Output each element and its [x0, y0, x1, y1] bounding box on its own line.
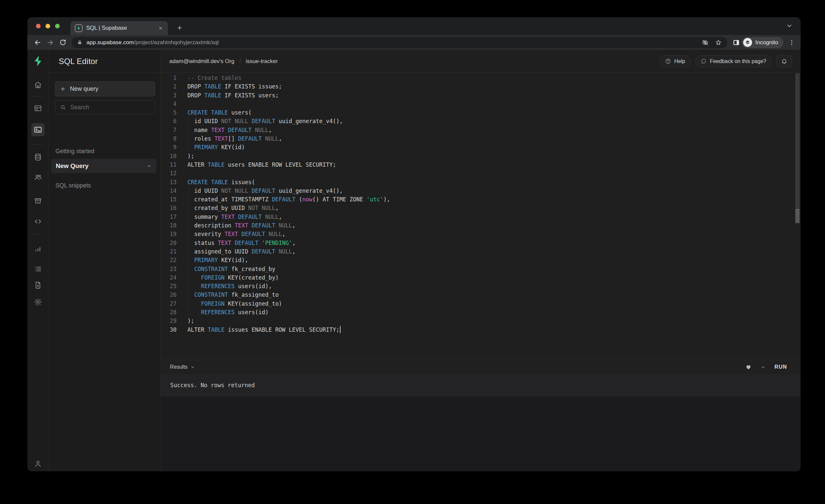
code-line[interactable]: 24 FOREIGN KEY(created_by)	[160, 273, 793, 282]
results-dropdown[interactable]: Results	[170, 364, 195, 370]
line-number: 9	[160, 143, 176, 151]
rail-table-editor-icon[interactable]	[31, 102, 45, 115]
code-text: assigned_to UUID DEFAULT NULL,	[188, 247, 296, 256]
rail-edge-functions-icon[interactable]	[31, 215, 45, 228]
code-text: id UUID NOT NULL DEFAULT uuid_generate_v…	[188, 187, 343, 195]
code-text: PRIMARY KEY(id),	[188, 256, 248, 264]
help-button[interactable]: Help	[659, 55, 691, 67]
code-line[interactable]: 26 CONSTRAINT fk_assigned_to	[160, 290, 793, 299]
indent-guide	[189, 299, 189, 308]
help-button-label: Help	[674, 58, 685, 64]
scrollbar-thumb[interactable]	[795, 73, 800, 209]
run-options-chevron-icon[interactable]	[761, 365, 766, 370]
browser-tab[interactable]: SQL | Supabase	[70, 21, 168, 35]
incognito-label: Incognito	[755, 39, 778, 46]
feedback-button-label: Feedback on this page?	[710, 58, 766, 64]
code-line[interactable]: 29);	[160, 316, 793, 325]
maximize-window-button[interactable]	[55, 24, 60, 28]
new-query-button[interactable]: New query	[55, 81, 155, 96]
feedback-button[interactable]: Feedback on this page?	[695, 55, 772, 67]
rail-auth-users-icon[interactable]	[31, 171, 45, 184]
rail-reports-icon[interactable]	[31, 242, 45, 256]
run-button[interactable]: RUN	[774, 364, 787, 370]
forward-icon[interactable]	[44, 36, 57, 49]
code-line[interactable]: 8 roles TEXT[] DEFAULT NULL,	[160, 134, 793, 143]
breadcrumb-project[interactable]: issue-tracker	[246, 58, 278, 65]
code-line[interactable]: 10);	[160, 152, 793, 160]
code-line[interactable]: 14 id UUID NOT NULL DEFAULT uuid_generat…	[160, 187, 793, 195]
code-line[interactable]: 25 REFERENCES users(id),	[160, 282, 793, 290]
code-text: PRIMARY KEY(id)	[188, 143, 245, 151]
code-line[interactable]: 17 summary TEXT DEFAULT NULL,	[160, 213, 793, 221]
tab-close-icon[interactable]	[157, 24, 164, 32]
line-number: 17	[160, 213, 176, 221]
code-line[interactable]: 22 PRIMARY KEY(id),	[160, 256, 793, 264]
browser-menu-icon[interactable]	[787, 39, 797, 46]
rail-sql-editor-icon[interactable]	[31, 123, 45, 136]
code-line[interactable]: 30ALTER TABLE issues ENABLE ROW LEVEL SE…	[160, 326, 793, 334]
favorite-heart-icon[interactable]	[745, 364, 752, 370]
address-bar[interactable]: app.supabase.com/project/azahtnhqohyjerz…	[72, 37, 727, 48]
sql-code-editor[interactable]: 1-- Create tables2DROP TABLE IF EXISTS i…	[160, 74, 793, 334]
code-line[interactable]: 20 status TEXT DEFAULT 'PENDING',	[160, 239, 793, 247]
supabase-logo-icon[interactable]	[33, 56, 43, 67]
rail-logs-icon[interactable]	[31, 263, 45, 276]
code-line[interactable]: 23 CONSTRAINT fk_created_by	[160, 265, 793, 273]
indent-guide	[189, 290, 189, 299]
indent-guide	[189, 308, 189, 316]
bookmark-star-icon[interactable]	[715, 39, 722, 46]
code-line[interactable]: 16 created_by UUID NOT NULL,	[160, 204, 793, 212]
notifications-bell-icon[interactable]	[776, 55, 792, 67]
code-line[interactable]: 28 REFERENCES users(id)	[160, 308, 793, 316]
code-text: created_at TIMESTAMPTZ DEFAULT (now() AT…	[188, 195, 390, 204]
rail-storage-icon[interactable]	[31, 194, 45, 207]
line-number: 11	[160, 160, 176, 169]
code-line[interactable]: 21 assigned_to UUID DEFAULT NULL,	[160, 247, 793, 256]
window-controls[interactable]	[36, 24, 60, 28]
rail-divider	[32, 144, 44, 145]
code-line[interactable]: 18 description TEXT DEFAULT NULL,	[160, 221, 793, 230]
rail-settings-gear-icon[interactable]	[31, 295, 45, 309]
indent-guide	[189, 239, 189, 247]
sidebar-item-new-query[interactable]: New Query	[51, 159, 156, 173]
code-line[interactable]: 19 severity TEXT DEFAULT NULL,	[160, 230, 793, 238]
minimize-window-button[interactable]	[46, 24, 50, 28]
search-input[interactable]: Search	[55, 100, 155, 115]
code-line[interactable]: 9 PRIMARY KEY(id)	[160, 143, 793, 151]
search-placeholder: Search	[70, 104, 89, 111]
text-cursor	[340, 326, 341, 333]
editor-scrollbar[interactable]	[795, 73, 800, 326]
code-line[interactable]: 1-- Create tables	[160, 74, 793, 82]
breadcrumb-org[interactable]: adam@windmill.dev's Org	[169, 58, 234, 65]
code-line[interactable]: 15 created_at TIMESTAMPTZ DEFAULT (now()…	[160, 195, 793, 204]
code-line[interactable]: 27 FOREIGN KEY(assigned_to)	[160, 299, 793, 308]
rail-home-icon[interactable]	[31, 78, 45, 91]
code-line[interactable]: 7 name TEXT DEFAULT NULL,	[160, 126, 793, 134]
code-text: roles TEXT[] DEFAULT NULL,	[188, 134, 282, 143]
reload-icon[interactable]	[57, 36, 69, 49]
line-number: 15	[160, 195, 176, 204]
close-window-button[interactable]	[36, 24, 41, 28]
chevron-down-icon[interactable]	[147, 163, 152, 169]
code-line[interactable]: 5CREATE TABLE users(	[160, 108, 793, 117]
line-number: 8	[160, 134, 176, 143]
scrollbar-thumb-highlight[interactable]	[795, 209, 800, 223]
code-line[interactable]: 6 id UUID NOT NULL DEFAULT uuid_generate…	[160, 117, 793, 126]
tab-search-chevron-icon[interactable]	[786, 22, 793, 29]
eye-off-icon[interactable]	[701, 39, 709, 46]
back-icon[interactable]	[31, 36, 44, 49]
rail-docs-icon[interactable]	[31, 279, 45, 292]
code-line[interactable]: 11ALTER TABLE users ENABLE ROW LEVEL SEC…	[160, 160, 793, 169]
indent-guide	[189, 117, 189, 126]
new-tab-button[interactable]	[174, 23, 184, 33]
rail-account-icon[interactable]	[31, 457, 45, 470]
code-line[interactable]: 4	[160, 100, 793, 108]
indent-guide	[189, 230, 189, 238]
code-line[interactable]: 12	[160, 169, 793, 177]
rail-database-icon[interactable]	[31, 150, 45, 164]
side-panel-icon[interactable]	[733, 39, 740, 46]
code-line[interactable]: 2DROP TABLE IF EXISTS issues;	[160, 82, 793, 91]
code-line[interactable]: 3DROP TABLE IF EXISTS users;	[160, 91, 793, 100]
incognito-badge[interactable]: Incognito	[742, 37, 783, 48]
code-line[interactable]: 13CREATE TABLE issues(	[160, 178, 793, 187]
